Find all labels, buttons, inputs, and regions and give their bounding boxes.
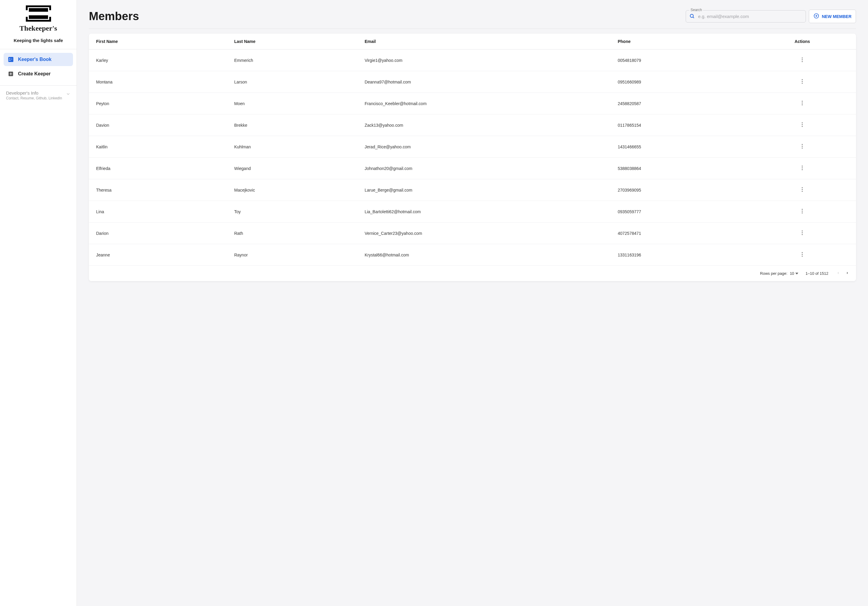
svg-rect-0: [26, 5, 51, 7]
cell-phone: 0054818079: [611, 50, 749, 71]
cell-first-name: Theresa: [89, 179, 227, 201]
svg-point-27: [802, 147, 803, 148]
more-vert-icon: [801, 79, 803, 84]
cell-phone: 2458820587: [611, 93, 749, 115]
nav-section: Keeper's Book Create Keeper: [0, 49, 77, 85]
sidebar-item-label: Keeper's Book: [18, 57, 51, 62]
more-vert-icon: [801, 122, 803, 127]
svg-point-15: [802, 61, 803, 62]
svg-rect-3: [29, 8, 48, 12]
main-content: Members Search: [77, 0, 868, 606]
row-actions-button[interactable]: [799, 229, 805, 237]
svg-point-23: [802, 124, 803, 125]
more-vert-icon: [801, 187, 803, 192]
prev-page-button[interactable]: [835, 270, 841, 277]
svg-rect-2: [49, 5, 51, 10]
svg-rect-6: [26, 17, 28, 22]
table-row: Theresa Macejkovic Larue_Berge@gmail.com…: [89, 179, 856, 201]
cell-email: Krystal66@hotmail.com: [357, 244, 611, 266]
search-icon: [689, 13, 695, 20]
svg-point-40: [802, 252, 803, 253]
page-title: Members: [89, 10, 139, 23]
cell-email: Lia_Bartoletti62@hotmail.com: [357, 201, 611, 223]
cell-phone: 1331163196: [611, 244, 749, 266]
row-actions-button[interactable]: [799, 56, 805, 64]
logo-icon: [23, 5, 53, 23]
svg-point-25: [802, 144, 803, 145]
svg-point-24: [802, 126, 803, 127]
next-page-button[interactable]: [845, 270, 850, 277]
new-member-label: NEW MEMBER: [822, 14, 851, 19]
chevron-down-icon: [66, 91, 71, 97]
table-header-actions: Actions: [749, 34, 856, 50]
rows-per-page-label: Rows per page:: [760, 271, 787, 276]
svg-point-28: [802, 166, 803, 166]
plus-circle-icon: [813, 13, 819, 20]
row-actions-button[interactable]: [799, 251, 805, 259]
cell-last-name: Wiegand: [227, 158, 357, 179]
new-member-button[interactable]: NEW MEMBER: [809, 9, 856, 23]
cell-phone: 4072578471: [611, 223, 749, 244]
svg-point-39: [802, 234, 803, 235]
svg-point-33: [802, 191, 803, 192]
svg-point-17: [802, 81, 803, 82]
table-footer: Rows per page: 10 1–10 of 1512: [89, 265, 856, 281]
svg-point-34: [802, 209, 803, 209]
cell-phone: 5388038864: [611, 158, 749, 179]
cell-last-name: Moen: [227, 93, 357, 115]
sidebar-item-create-keeper[interactable]: Create Keeper: [4, 67, 73, 81]
table-row: Jeanne Raynor Krystal66@hotmail.com 1331…: [89, 244, 856, 266]
members-table-card: First Name Last Name Email Phone Actions…: [89, 34, 856, 281]
row-actions-button[interactable]: [799, 186, 805, 194]
table-row: Karley Emmerich Virgie1@yahoo.com 005481…: [89, 50, 856, 71]
contacts-icon: [8, 56, 14, 62]
search-input[interactable]: [686, 10, 806, 23]
logo-section: Thekeeper's Keeping the lights safe: [0, 0, 77, 49]
svg-point-26: [802, 146, 803, 147]
table-header-last-name: Last Name: [227, 34, 357, 50]
chevron-right-icon: [846, 271, 849, 275]
row-actions-button[interactable]: [799, 121, 805, 129]
cell-first-name: Elfrieda: [89, 158, 227, 179]
cell-last-name: Rath: [227, 223, 357, 244]
row-actions-button[interactable]: [799, 208, 805, 215]
more-vert-icon: [801, 144, 803, 149]
row-actions-button[interactable]: [799, 99, 805, 107]
table-row: Kaitlin Kuhlman Jerad_Rice@yahoo.com 143…: [89, 136, 856, 158]
dev-info-subtitle: Contact, Resume, Github, LinkedIn: [6, 96, 66, 100]
table-header-phone: Phone: [611, 34, 749, 50]
sidebar-item-keepers-book[interactable]: Keeper's Book: [4, 53, 73, 66]
plus-square-icon: [8, 71, 14, 77]
cell-last-name: Raynor: [227, 244, 357, 266]
rows-per-page-select[interactable]: 10: [790, 271, 798, 276]
svg-point-36: [802, 212, 803, 213]
more-vert-icon: [801, 230, 803, 235]
row-actions-button[interactable]: [799, 78, 805, 86]
row-actions-button[interactable]: [799, 164, 805, 172]
cell-email: Zack13@yahoo.com: [357, 115, 611, 136]
svg-point-22: [802, 122, 803, 123]
rows-per-page-value: 10: [790, 271, 794, 276]
search-field: Search: [686, 10, 806, 23]
cell-email: Virgie1@yahoo.com: [357, 50, 611, 71]
developer-info-section[interactable]: Developer's Info Contact, Resume, Github…: [0, 85, 77, 105]
cell-first-name: Davion: [89, 115, 227, 136]
brand-tagline: Keeping the lights safe: [6, 38, 71, 43]
cell-first-name: Montana: [89, 71, 227, 93]
brand-name: Thekeeper's: [6, 24, 71, 33]
cell-last-name: Emmerich: [227, 50, 357, 71]
cell-last-name: Kuhlman: [227, 136, 357, 158]
svg-rect-4: [29, 15, 48, 19]
cell-first-name: Kaitlin: [89, 136, 227, 158]
page-header: Members Search: [89, 9, 856, 29]
svg-line-9: [693, 17, 694, 18]
svg-rect-1: [26, 5, 28, 10]
table-row: Elfrieda Wiegand Johnathon20@gmail.com 5…: [89, 158, 856, 179]
row-actions-button[interactable]: [799, 143, 805, 151]
cell-email: Vernice_Carter23@yahoo.com: [357, 223, 611, 244]
svg-point-31: [802, 187, 803, 188]
svg-point-21: [802, 104, 803, 105]
table-row: Davion Brekke Zack13@yahoo.com 011786515…: [89, 115, 856, 136]
svg-point-32: [802, 189, 803, 190]
cell-phone: 1431466655: [611, 136, 749, 158]
